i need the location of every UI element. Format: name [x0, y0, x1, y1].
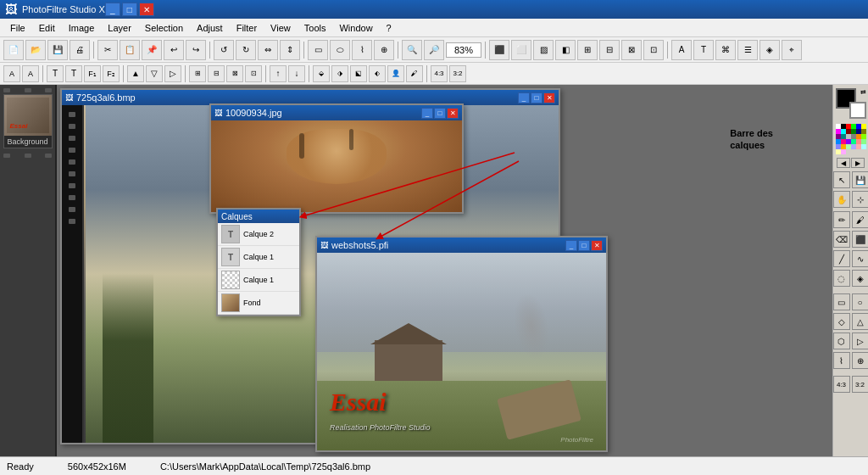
- extra4-button[interactable]: ☰: [737, 40, 758, 60]
- layer-item-calque1[interactable]: T Calque 1: [218, 246, 299, 269]
- close-button[interactable]: ✕: [139, 3, 154, 16]
- select-oval-button[interactable]: ⬭: [330, 40, 350, 60]
- swap-colors-icon[interactable]: ⇄: [860, 88, 866, 96]
- layer-item-fond[interactable]: Fond: [218, 292, 299, 315]
- new-button[interactable]: 📄: [3, 40, 24, 60]
- filter4-button[interactable]: ◧: [555, 40, 576, 60]
- layer-item-calque1b[interactable]: Calque 1: [218, 269, 299, 292]
- select-wand-button[interactable]: ⊕: [374, 40, 394, 60]
- diamond-shape-button[interactable]: ◇: [833, 313, 850, 330]
- curve-tool-button[interactable]: ∿: [852, 250, 869, 267]
- paint-tool-button[interactable]: 🖌: [852, 211, 869, 228]
- menu-selection[interactable]: Selection: [138, 21, 190, 35]
- grid1-button[interactable]: ⊞: [189, 65, 206, 82]
- main-win-minimize[interactable]: _: [518, 92, 530, 103]
- magic-tool-button[interactable]: ⊕: [852, 352, 869, 369]
- copy-button[interactable]: 📋: [120, 40, 140, 60]
- palette-scroll-right[interactable]: ▶: [851, 158, 865, 168]
- ratio1-button[interactable]: 4:3: [431, 65, 448, 82]
- jpg-win-minimize[interactable]: _: [421, 108, 433, 119]
- extra5-button[interactable]: ◈: [760, 40, 780, 60]
- effect2-button[interactable]: ⬗: [331, 65, 348, 82]
- nav2-button[interactable]: ↓: [288, 65, 305, 82]
- lasso-tool-button[interactable]: ⌇: [833, 352, 850, 369]
- filter2-button[interactable]: ⬜: [511, 40, 531, 60]
- filter3-button[interactable]: ▨: [533, 40, 554, 60]
- menu-layer[interactable]: Layer: [101, 21, 138, 35]
- text-btn1[interactable]: T: [47, 65, 64, 82]
- arrow-tool-button[interactable]: ▷: [852, 332, 869, 349]
- extra2-button[interactable]: T: [693, 40, 714, 60]
- zoom-in-button[interactable]: 🔍: [402, 40, 422, 60]
- pfi-window-titlebar[interactable]: 🖼 webshots5.pfi _ □ ✕: [317, 238, 606, 253]
- brush-icon[interactable]: 🖌: [406, 65, 423, 82]
- maximize-button[interactable]: □: [122, 3, 137, 16]
- eraser-tool-button[interactable]: ⌫: [833, 231, 850, 248]
- main-win-maximize[interactable]: □: [531, 92, 542, 103]
- palette-color[interactable]: [841, 149, 846, 154]
- menu-tools[interactable]: Tools: [298, 21, 333, 35]
- type2-button[interactable]: F₂: [103, 65, 120, 82]
- menu-edit[interactable]: Edit: [32, 21, 62, 35]
- line-tool-button[interactable]: ╱: [833, 250, 850, 267]
- type1-button[interactable]: F₁: [84, 65, 101, 82]
- open-button[interactable]: 📂: [25, 40, 46, 60]
- palette-scroll-left[interactable]: ◀: [837, 158, 850, 168]
- filter1-button[interactable]: ⬛: [489, 40, 509, 60]
- save-button[interactable]: 💾: [47, 40, 68, 60]
- jpg-window-titlebar[interactable]: 🖼 10090934.jpg _ □ ✕: [211, 105, 462, 120]
- auto2-button[interactable]: A: [22, 65, 39, 82]
- circle-shape-button[interactable]: ○: [852, 293, 869, 310]
- nav1-button[interactable]: ↑: [270, 65, 287, 82]
- grid3-button[interactable]: ⊠: [226, 65, 243, 82]
- pfi-win-maximize[interactable]: □: [578, 240, 590, 251]
- effect3-button[interactable]: ⬕: [350, 65, 367, 82]
- grid2-button[interactable]: ⊟: [208, 65, 225, 82]
- shape2-button[interactable]: ▽: [146, 65, 163, 82]
- minimize-button[interactable]: _: [105, 3, 120, 16]
- redo-button[interactable]: ↪: [186, 40, 206, 60]
- undo-button[interactable]: ↩: [164, 40, 184, 60]
- filmstrip-item[interactable]: Essai Background: [3, 94, 53, 148]
- palette-color[interactable]: [861, 144, 866, 149]
- select-rect-button[interactable]: ▭: [308, 40, 328, 60]
- flip-v-button[interactable]: ⇕: [280, 40, 300, 60]
- save-tool-button[interactable]: 💾: [852, 171, 869, 188]
- opacity-button[interactable]: 3:2: [852, 376, 869, 393]
- select-tool-button[interactable]: ↖: [833, 171, 850, 188]
- pfi-win-minimize[interactable]: _: [565, 240, 577, 251]
- background-color[interactable]: [849, 102, 866, 119]
- filter8-button[interactable]: ⊡: [643, 40, 664, 60]
- menu-file[interactable]: File: [3, 21, 32, 35]
- sharpen-tool-button[interactable]: ◈: [852, 270, 869, 287]
- main-win-close[interactable]: ✕: [543, 92, 555, 103]
- fill-tool-button[interactable]: ⬛: [852, 231, 869, 248]
- paste-button[interactable]: 📌: [142, 40, 162, 60]
- grid4-button[interactable]: ⊡: [245, 65, 262, 82]
- filter5-button[interactable]: ⊞: [577, 40, 598, 60]
- zoom-out-button[interactable]: 🔎: [424, 40, 444, 60]
- move-tool-button[interactable]: ⊹: [852, 191, 869, 208]
- print-button[interactable]: 🖨: [70, 40, 90, 60]
- rotate-left-button[interactable]: ↺: [214, 40, 234, 60]
- pfi-win-close[interactable]: ✕: [591, 240, 603, 251]
- jpg-win-close[interactable]: ✕: [447, 108, 459, 119]
- extra6-button[interactable]: ⌖: [782, 40, 802, 60]
- effect1-button[interactable]: ⬙: [313, 65, 330, 82]
- shape3-button[interactable]: ▷: [164, 65, 181, 82]
- menu-adjust[interactable]: Adjust: [190, 21, 230, 35]
- person-icon[interactable]: 👤: [387, 65, 404, 82]
- blur-tool-button[interactable]: ◌: [833, 270, 850, 287]
- text-btn2[interactable]: T: [65, 65, 82, 82]
- extra1-button[interactable]: A: [671, 40, 692, 60]
- layer-item-calque2[interactable]: T Calque 2: [218, 223, 299, 246]
- rotate-right-button[interactable]: ↻: [236, 40, 256, 60]
- jpg-win-maximize[interactable]: □: [434, 108, 446, 119]
- hand-tool-button[interactable]: ✋: [833, 191, 850, 208]
- effect4-button[interactable]: ⬖: [369, 65, 386, 82]
- menu-help[interactable]: ?: [380, 21, 398, 35]
- flip-h-button[interactable]: ⇔: [258, 40, 278, 60]
- filter7-button[interactable]: ⊠: [621, 40, 642, 60]
- menu-filter[interactable]: Filter: [230, 21, 264, 35]
- menu-image[interactable]: Image: [62, 21, 102, 35]
